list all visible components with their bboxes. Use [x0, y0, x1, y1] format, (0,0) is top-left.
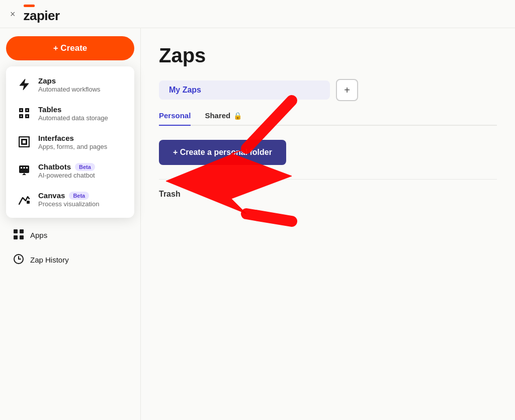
svg-rect-18 [14, 235, 18, 239]
canvas-icon [17, 192, 31, 206]
trash-label: Trash [159, 190, 497, 199]
create-personal-folder-button[interactable]: + Create a personal folder [159, 140, 286, 165]
logo-wrapper: zapier [24, 5, 60, 24]
svg-rect-11 [19, 165, 29, 173]
menu-item-interfaces[interactable]: Interfaces Apps, forms, and pages [10, 128, 130, 156]
tabs-row: Personal Shared 🔒 [159, 111, 497, 126]
svg-rect-4 [21, 110, 22, 111]
interfaces-title: Interfaces [38, 134, 107, 142]
sidebar-item-apps[interactable]: Apps [6, 224, 134, 246]
svg-rect-12 [21, 167, 22, 169]
interfaces-icon [17, 135, 31, 149]
topbar: × zapier [0, 0, 515, 28]
svg-rect-5 [27, 110, 28, 111]
personal-tab-label: Personal [159, 111, 191, 120]
logo-dash-icon [24, 5, 35, 7]
canvas-desc: Process visualization [38, 200, 99, 208]
tab-shared[interactable]: Shared 🔒 [205, 111, 242, 125]
svg-rect-14 [26, 167, 28, 169]
chatbots-content: Chatbots Beta AI-powered chatbot [38, 162, 95, 179]
svg-rect-10 [23, 140, 26, 143]
interfaces-content: Interfaces Apps, forms, and pages [38, 134, 107, 150]
chatbots-icon [17, 163, 31, 178]
apps-label: Apps [30, 231, 47, 239]
tables-title: Tables [38, 105, 108, 114]
add-folder-button[interactable]: + [336, 79, 358, 101]
apps-icon [13, 229, 24, 241]
sidebar: + Create Zaps Automated workflows [0, 28, 141, 420]
canvas-title: Canvas Beta [38, 191, 99, 200]
chatbots-beta-badge: Beta [75, 163, 95, 171]
logo: zapier [24, 5, 60, 24]
svg-rect-6 [21, 116, 22, 117]
lightning-icon [17, 77, 31, 92]
svg-rect-19 [20, 235, 24, 239]
page-title: Zaps [159, 44, 497, 67]
menu-item-canvas[interactable]: Canvas Beta Process visualization [10, 185, 130, 214]
tables-desc: Automated data storage [38, 114, 108, 122]
svg-rect-15 [27, 201, 30, 204]
menu-item-chatbots[interactable]: Chatbots Beta AI-powered chatbot [10, 156, 130, 185]
zap-history-label: Zap History [30, 256, 69, 264]
zaps-content: Zaps Automated workflows [38, 76, 101, 93]
interfaces-desc: Apps, forms, and pages [38, 143, 107, 150]
logo-text: zapier [24, 8, 60, 24]
canvas-content: Canvas Beta Process visualization [38, 191, 99, 208]
svg-rect-7 [27, 116, 28, 117]
sidebar-item-zap-history[interactable]: Zap History [6, 248, 134, 271]
lock-icon: 🔒 [233, 112, 242, 120]
divider [159, 179, 497, 180]
menu-item-tables[interactable]: Tables Automated data storage [10, 99, 130, 128]
svg-rect-16 [14, 229, 18, 233]
history-icon [13, 254, 24, 266]
canvas-beta-badge: Beta [69, 192, 89, 200]
zaps-title: Zaps [38, 76, 101, 85]
chatbots-title: Chatbots Beta [38, 162, 95, 171]
chatbots-desc: AI-powered chatbot [38, 172, 95, 179]
content-area: Zaps My Zaps + Personal Shared 🔒 + Creat… [141, 28, 515, 420]
close-button[interactable]: × [10, 10, 16, 19]
shared-tab-label: Shared [205, 111, 230, 120]
tables-content: Tables Automated data storage [38, 105, 108, 122]
svg-rect-17 [20, 229, 24, 233]
menu-item-zaps[interactable]: Zaps Automated workflows [10, 70, 130, 99]
main-layout: + Create Zaps Automated workflows [0, 28, 515, 420]
my-zaps-tab[interactable]: My Zaps [159, 80, 330, 100]
svg-rect-13 [24, 167, 25, 169]
zaps-desc: Automated workflows [38, 86, 101, 93]
create-button[interactable]: + Create [6, 36, 134, 60]
tables-icon [17, 106, 31, 120]
dropdown-menu: Zaps Automated workflows [6, 66, 134, 218]
tab-personal[interactable]: Personal [159, 111, 191, 126]
my-zaps-row: My Zaps + [159, 79, 497, 101]
